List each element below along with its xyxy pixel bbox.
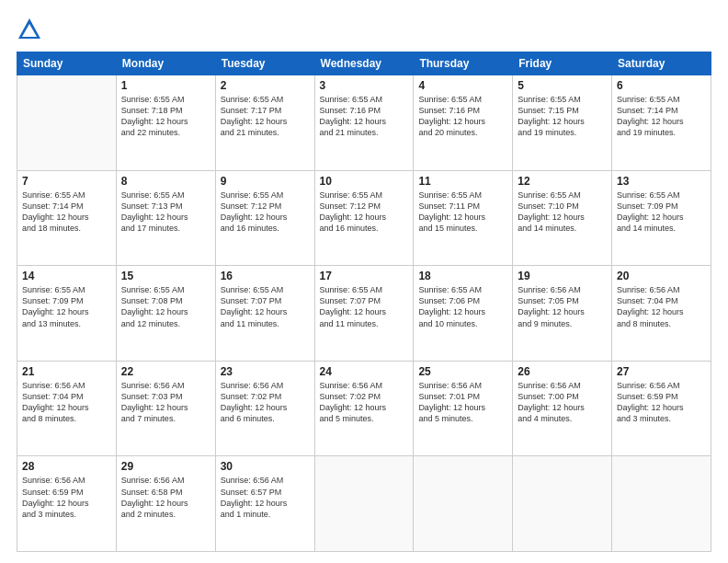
- cell-info: Sunrise: 6:55 AM Sunset: 7:06 PM Dayligh…: [418, 284, 507, 329]
- day-number: 12: [518, 175, 607, 188]
- calendar-cell: 2Sunrise: 6:55 AM Sunset: 7:17 PM Daylig…: [215, 75, 314, 171]
- week-row-1: 1Sunrise: 6:55 AM Sunset: 7:18 PM Daylig…: [17, 75, 711, 171]
- cell-info: Sunrise: 6:55 AM Sunset: 7:12 PM Dayligh…: [221, 190, 310, 235]
- cell-info: Sunrise: 6:55 AM Sunset: 7:09 PM Dayligh…: [22, 284, 111, 329]
- week-row-3: 14Sunrise: 6:55 AM Sunset: 7:09 PM Dayli…: [17, 266, 711, 362]
- calendar-cell: 1Sunrise: 6:55 AM Sunset: 7:18 PM Daylig…: [116, 75, 215, 171]
- calendar-cell: 18Sunrise: 6:55 AM Sunset: 7:06 PM Dayli…: [414, 266, 513, 362]
- weekday-header-friday: Friday: [513, 52, 612, 75]
- cell-info: Sunrise: 6:55 AM Sunset: 7:07 PM Dayligh…: [221, 284, 310, 329]
- calendar-cell: [414, 456, 513, 552]
- day-number: 20: [617, 270, 706, 282]
- calendar-cell: 29Sunrise: 6:56 AM Sunset: 6:58 PM Dayli…: [116, 456, 215, 552]
- calendar-cell: 16Sunrise: 6:55 AM Sunset: 7:07 PM Dayli…: [215, 266, 314, 362]
- calendar-cell: 11Sunrise: 6:55 AM Sunset: 7:11 PM Dayli…: [414, 170, 513, 266]
- calendar-cell: 10Sunrise: 6:55 AM Sunset: 7:12 PM Dayli…: [314, 170, 414, 266]
- day-number: 21: [22, 365, 111, 378]
- calendar-cell: 24Sunrise: 6:56 AM Sunset: 7:02 PM Dayli…: [314, 361, 414, 456]
- cell-info: Sunrise: 6:56 AM Sunset: 6:58 PM Dayligh…: [121, 475, 210, 520]
- day-number: 6: [617, 79, 706, 92]
- cell-info: Sunrise: 6:56 AM Sunset: 6:57 PM Dayligh…: [221, 475, 310, 520]
- calendar-cell: [513, 456, 612, 552]
- cell-info: Sunrise: 6:55 AM Sunset: 7:14 PM Dayligh…: [617, 94, 706, 139]
- day-number: 16: [221, 270, 310, 282]
- cell-info: Sunrise: 6:55 AM Sunset: 7:17 PM Dayligh…: [221, 94, 310, 139]
- weekday-header-wednesday: Wednesday: [314, 52, 414, 75]
- cell-info: Sunrise: 6:56 AM Sunset: 7:00 PM Dayligh…: [518, 380, 607, 425]
- day-number: 2: [221, 79, 310, 92]
- day-number: 17: [320, 270, 409, 282]
- calendar-cell: 9Sunrise: 6:55 AM Sunset: 7:12 PM Daylig…: [215, 170, 314, 266]
- cell-info: Sunrise: 6:56 AM Sunset: 6:59 PM Dayligh…: [22, 475, 111, 520]
- weekday-header-tuesday: Tuesday: [215, 52, 314, 75]
- day-number: 4: [418, 79, 507, 92]
- calendar-cell: 6Sunrise: 6:55 AM Sunset: 7:14 PM Daylig…: [612, 75, 711, 171]
- weekday-header-saturday: Saturday: [612, 52, 711, 75]
- header: [17, 17, 711, 42]
- day-number: 27: [617, 365, 706, 378]
- calendar-cell: 21Sunrise: 6:56 AM Sunset: 7:04 PM Dayli…: [17, 361, 117, 456]
- cell-info: Sunrise: 6:56 AM Sunset: 7:03 PM Dayligh…: [121, 380, 210, 425]
- day-number: 22: [121, 365, 210, 378]
- cell-info: Sunrise: 6:55 AM Sunset: 7:12 PM Dayligh…: [320, 190, 409, 235]
- day-number: 23: [221, 365, 310, 378]
- day-number: 5: [518, 79, 607, 92]
- day-number: 26: [518, 365, 607, 378]
- day-number: 19: [518, 270, 607, 282]
- cell-info: Sunrise: 6:55 AM Sunset: 7:18 PM Dayligh…: [121, 94, 210, 139]
- calendar-cell: 25Sunrise: 6:56 AM Sunset: 7:01 PM Dayli…: [414, 361, 513, 456]
- logo-icon: [17, 17, 42, 42]
- calendar-cell: 12Sunrise: 6:55 AM Sunset: 7:10 PM Dayli…: [513, 170, 612, 266]
- cell-info: Sunrise: 6:55 AM Sunset: 7:13 PM Dayligh…: [121, 190, 210, 235]
- cell-info: Sunrise: 6:56 AM Sunset: 7:01 PM Dayligh…: [418, 380, 507, 425]
- calendar-cell: 15Sunrise: 6:55 AM Sunset: 7:08 PM Dayli…: [116, 266, 215, 362]
- cell-info: Sunrise: 6:56 AM Sunset: 7:04 PM Dayligh…: [22, 380, 111, 425]
- calendar-cell: 23Sunrise: 6:56 AM Sunset: 7:02 PM Dayli…: [215, 361, 314, 456]
- calendar-cell: 13Sunrise: 6:55 AM Sunset: 7:09 PM Dayli…: [612, 170, 711, 266]
- calendar-cell: 28Sunrise: 6:56 AM Sunset: 6:59 PM Dayli…: [17, 456, 117, 552]
- cell-info: Sunrise: 6:55 AM Sunset: 7:09 PM Dayligh…: [617, 190, 706, 235]
- day-number: 29: [121, 460, 210, 473]
- cell-info: Sunrise: 6:56 AM Sunset: 7:04 PM Dayligh…: [617, 284, 706, 329]
- cell-info: Sunrise: 6:56 AM Sunset: 6:59 PM Dayligh…: [617, 380, 706, 425]
- weekday-header-monday: Monday: [116, 52, 215, 75]
- cell-info: Sunrise: 6:55 AM Sunset: 7:07 PM Dayligh…: [320, 284, 409, 329]
- cell-info: Sunrise: 6:56 AM Sunset: 7:02 PM Dayligh…: [320, 380, 409, 425]
- cell-info: Sunrise: 6:55 AM Sunset: 7:11 PM Dayligh…: [418, 190, 507, 235]
- calendar-cell: 5Sunrise: 6:55 AM Sunset: 7:15 PM Daylig…: [513, 75, 612, 171]
- calendar-cell: 14Sunrise: 6:55 AM Sunset: 7:09 PM Dayli…: [17, 266, 117, 362]
- weekday-header-row: SundayMondayTuesdayWednesdayThursdayFrid…: [17, 52, 711, 75]
- day-number: 7: [22, 175, 111, 188]
- cell-info: Sunrise: 6:56 AM Sunset: 7:05 PM Dayligh…: [518, 284, 607, 329]
- cell-info: Sunrise: 6:56 AM Sunset: 7:02 PM Dayligh…: [221, 380, 310, 425]
- day-number: 14: [22, 270, 111, 282]
- calendar-cell: 20Sunrise: 6:56 AM Sunset: 7:04 PM Dayli…: [612, 266, 711, 362]
- calendar-cell: 8Sunrise: 6:55 AM Sunset: 7:13 PM Daylig…: [116, 170, 215, 266]
- calendar-cell: [17, 75, 117, 171]
- day-number: 3: [320, 79, 409, 92]
- calendar-cell: 26Sunrise: 6:56 AM Sunset: 7:00 PM Dayli…: [513, 361, 612, 456]
- calendar-cell: 22Sunrise: 6:56 AM Sunset: 7:03 PM Dayli…: [116, 361, 215, 456]
- day-number: 24: [320, 365, 409, 378]
- calendar-cell: 19Sunrise: 6:56 AM Sunset: 7:05 PM Dayli…: [513, 266, 612, 362]
- day-number: 18: [418, 270, 507, 282]
- day-number: 28: [22, 460, 111, 473]
- calendar-cell: [612, 456, 711, 552]
- day-number: 9: [221, 175, 310, 188]
- cell-info: Sunrise: 6:55 AM Sunset: 7:14 PM Dayligh…: [22, 190, 111, 235]
- weekday-header-thursday: Thursday: [414, 52, 513, 75]
- day-number: 13: [617, 175, 706, 188]
- calendar-cell: 30Sunrise: 6:56 AM Sunset: 6:57 PM Dayli…: [215, 456, 314, 552]
- weekday-header-sunday: Sunday: [17, 52, 117, 75]
- day-number: 25: [418, 365, 507, 378]
- week-row-5: 28Sunrise: 6:56 AM Sunset: 6:59 PM Dayli…: [17, 456, 711, 552]
- day-number: 8: [121, 175, 210, 188]
- calendar-table: SundayMondayTuesdayWednesdayThursdayFrid…: [17, 52, 711, 552]
- calendar-cell: 17Sunrise: 6:55 AM Sunset: 7:07 PM Dayli…: [314, 266, 414, 362]
- day-number: 1: [121, 79, 210, 92]
- cell-info: Sunrise: 6:55 AM Sunset: 7:08 PM Dayligh…: [121, 284, 210, 329]
- calendar-cell: 4Sunrise: 6:55 AM Sunset: 7:16 PM Daylig…: [414, 75, 513, 171]
- week-row-4: 21Sunrise: 6:56 AM Sunset: 7:04 PM Dayli…: [17, 361, 711, 456]
- calendar-cell: 27Sunrise: 6:56 AM Sunset: 6:59 PM Dayli…: [612, 361, 711, 456]
- logo: [17, 17, 46, 42]
